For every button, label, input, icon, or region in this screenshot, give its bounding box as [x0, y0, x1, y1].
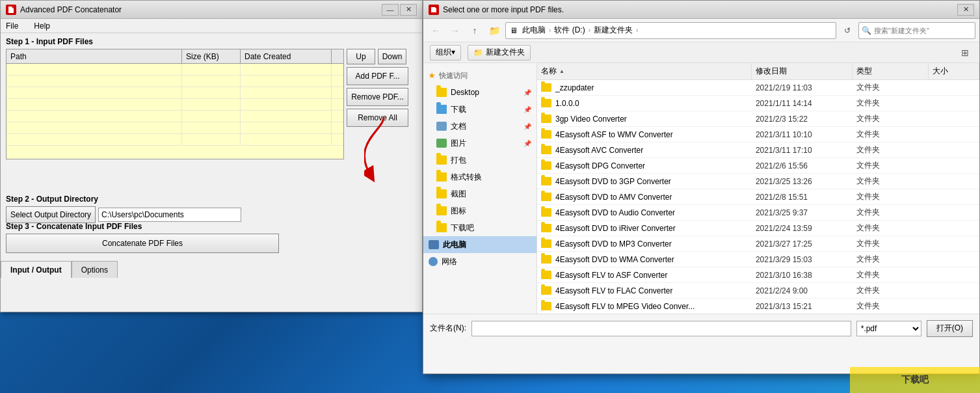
nav-forward-button[interactable]: → — [447, 23, 464, 38]
remove-pdf-button[interactable]: Remove PDF... — [347, 88, 408, 106]
nav-back-button[interactable]: ← — [427, 23, 444, 38]
file-table: Path Size (KB) Date Created — [6, 49, 344, 159]
list-item[interactable]: 4Easysoft FLV to ASF Converter2021/3/10 … — [537, 267, 979, 283]
dialog-bottom: 文件名(N): *.pdf 打开(O) — [423, 314, 979, 342]
list-item[interactable]: 1.0.0.02021/1/11 14:14文件夹 — [537, 96, 979, 111]
file-name: 4Easysoft AVC Converter — [555, 146, 643, 155]
file-name: 4Easysoft ASF to WMV Converter — [555, 130, 673, 139]
nav-downloadba[interactable]: 下载吧 — [423, 219, 536, 236]
nav-download[interactable]: 下载 📌 — [423, 101, 536, 118]
new-folder-button[interactable]: 📁 新建文件夹 — [468, 45, 531, 61]
col-header-size[interactable]: Size (KB) — [182, 49, 241, 63]
file-name: 3gp Video Converter — [555, 115, 627, 124]
select-dir-button[interactable]: Select Output Directory — [6, 206, 96, 223]
file-size — [929, 205, 979, 220]
nav-pack[interactable]: 打包 — [423, 152, 536, 169]
breadcrumb-drive[interactable]: 软件 (D:) — [552, 24, 587, 36]
dialog-title: Select one or more input PDF files. — [443, 5, 564, 14]
up-button[interactable]: Up — [347, 49, 375, 64]
nav-format[interactable]: 格式转换 — [423, 169, 536, 185]
dialog-close-button[interactable]: ✕ — [957, 4, 974, 16]
folder-icon — [541, 255, 551, 264]
file-name: 4Easysoft DVD to iRiver Converter — [555, 224, 676, 233]
nav-icons[interactable]: 图标 — [423, 202, 536, 219]
list-item[interactable]: 4Easysoft FLV to MPEG Video Conver...202… — [537, 299, 979, 314]
filetype-select[interactable]: *.pdf — [856, 321, 921, 336]
file-date: 2021/1/11 14:14 — [752, 96, 853, 111]
window-controls: — ✕ — [382, 4, 417, 16]
tab-options[interactable]: Options — [72, 261, 118, 278]
view-options-button[interactable]: ⊞ — [957, 45, 973, 61]
nav-desktop[interactable]: Desktop 📌 — [423, 84, 536, 101]
organize-button[interactable]: 组织▾ — [430, 45, 461, 61]
right-action-btns: Up Down Add PDF F... Remove PDF... Remov… — [347, 49, 408, 162]
col-header-date[interactable]: Date Created — [241, 49, 332, 63]
file-name: 4Easysoft FLV to MPEG Video Conver... — [555, 302, 695, 311]
file-table-body — [7, 64, 343, 159]
file-size — [929, 299, 979, 314]
list-item[interactable]: 4Easysoft DVD to 3GP Converter2021/3/25 … — [537, 174, 979, 189]
tab-input-output[interactable]: Input / Output — [1, 261, 72, 278]
folder-icon — [541, 302, 551, 310]
col-type[interactable]: 类型 — [853, 63, 929, 79]
file-size — [929, 80, 979, 95]
new-folder-icon: 📁 — [473, 48, 483, 57]
table-row — [7, 111, 343, 122]
filename-input[interactable] — [471, 321, 851, 336]
file-type: 文件夹 — [853, 158, 929, 173]
col-name[interactable]: 名称 ▲ — [537, 63, 752, 79]
list-item[interactable]: 4Easysoft DVD to Audio Converter2021/3/2… — [537, 205, 979, 221]
nav-refresh-button[interactable]: ↺ — [839, 23, 856, 38]
list-item[interactable]: _zzupdater2021/2/19 11:03文件夹 — [537, 80, 979, 96]
dialog-app-icon — [429, 5, 439, 15]
breadcrumb-computer-icon: 🖥 — [510, 26, 518, 35]
file-date: 2021/3/25 13:26 — [752, 174, 853, 189]
col-size[interactable]: 大小 — [929, 63, 979, 79]
close-button[interactable]: ✕ — [400, 4, 417, 16]
file-size — [929, 158, 979, 173]
nav-network[interactable]: 网络 — [423, 253, 536, 270]
dialog-title-bar: Select one or more input PDF files. ✕ — [423, 1, 979, 19]
nav-recent-button[interactable]: 📁 — [486, 23, 503, 38]
concatenate-button[interactable]: Concatenate PDF Files — [6, 234, 279, 253]
file-table-header: Path Size (KB) Date Created — [7, 49, 343, 64]
breadcrumb-folder[interactable]: 新建文件夹 — [592, 24, 635, 36]
list-item[interactable]: 4Easysoft DVD to AMV Converter2021/2/8 1… — [537, 189, 979, 205]
menu-file[interactable]: File — [3, 20, 21, 32]
list-item[interactable]: 3gp Video Converter2021/2/3 15:22文件夹 — [537, 111, 979, 127]
down-button[interactable]: Down — [378, 49, 406, 64]
table-row — [7, 99, 343, 111]
col-date[interactable]: 修改日期 — [752, 63, 853, 79]
nav-screenshot[interactable]: 截图 — [423, 185, 536, 202]
network-icon — [429, 257, 438, 266]
step2-label: Step 2 - Output Directory — [6, 195, 241, 204]
list-item[interactable]: 4Easysoft AVC Converter2021/3/11 17:10文件… — [537, 142, 979, 158]
file-type: 文件夹 — [853, 252, 929, 267]
remove-all-button[interactable]: Remove All — [347, 109, 408, 127]
list-item[interactable]: 4Easysoft FLV to FLAC Converter2021/2/24… — [537, 283, 979, 299]
col-header-path[interactable]: Path — [7, 49, 182, 63]
organize-label: 组织▾ — [436, 47, 455, 58]
nav-pictures[interactable]: 图片 📌 — [423, 135, 536, 152]
list-item[interactable]: 4Easysoft DVD to MP3 Converter2021/3/27 … — [537, 236, 979, 252]
list-item[interactable]: 4Easysoft ASF to WMV Converter2021/3/11 … — [537, 127, 979, 142]
add-pdf-button[interactable]: Add PDF F... — [347, 67, 408, 85]
list-item[interactable]: 4Easysoft DVD to iRiver Converter2021/2/… — [537, 221, 979, 236]
file-name: 4Easysoft DVD to MP3 Converter — [555, 239, 672, 249]
open-button[interactable]: 打开(O) — [927, 320, 973, 337]
list-item[interactable]: 4Easysoft DVD to WMA Converter2021/3/29 … — [537, 252, 979, 267]
nav-documents[interactable]: 文档 📌 — [423, 118, 536, 135]
search-input[interactable] — [874, 27, 972, 34]
breadcrumb-this-pc[interactable]: 此电脑 — [520, 24, 548, 36]
menu-help[interactable]: Help — [31, 20, 53, 32]
view-icon: ⊞ — [961, 47, 969, 58]
left-panel: Advanced PDF Concatenator — ✕ File Help … — [0, 0, 423, 312]
search-box: 🔍 — [858, 22, 975, 39]
list-item[interactable]: 4Easysoft DPG Converter2021/2/6 15:56文件夹 — [537, 158, 979, 174]
file-type: 文件夹 — [853, 221, 929, 236]
minimize-button[interactable]: — — [382, 4, 399, 16]
table-row — [7, 64, 343, 75]
nav-up-button[interactable]: ↑ — [466, 23, 483, 38]
folder-pics-icon — [436, 139, 447, 148]
nav-this-pc[interactable]: 此电脑 — [423, 236, 536, 253]
